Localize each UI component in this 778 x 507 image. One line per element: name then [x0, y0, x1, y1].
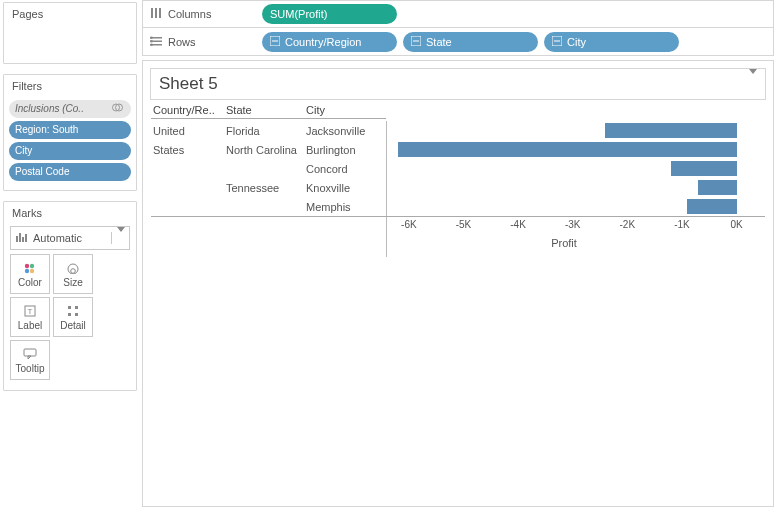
columns-pill[interactable]: SUM(Profit) [262, 4, 397, 24]
bar-area [386, 121, 765, 140]
svg-rect-15 [75, 306, 78, 309]
filters-card: Filters Inclusions (Co..Region: SouthCit… [3, 74, 137, 191]
columns-shelf[interactable]: Columns SUM(Profit) [142, 0, 774, 28]
svg-point-25 [150, 36, 153, 39]
svg-rect-21 [159, 8, 161, 18]
x-tick: 0K [730, 219, 742, 230]
cell-city[interactable]: Jacksonville [306, 125, 386, 137]
filter-pill[interactable]: Region: South [9, 121, 131, 139]
rows-pill[interactable]: City [544, 32, 679, 52]
cell-country[interactable]: United [151, 125, 226, 137]
svg-rect-19 [151, 8, 153, 18]
table-row: TennesseeKnoxville [151, 178, 765, 197]
cell-city[interactable]: Memphis [306, 201, 386, 213]
rows-label: Rows [168, 36, 196, 48]
header-state[interactable]: State [226, 104, 306, 116]
svg-rect-20 [155, 8, 157, 18]
table-row: Memphis [151, 197, 765, 216]
bar-area [386, 140, 765, 159]
svg-point-9 [30, 268, 34, 272]
svg-point-27 [150, 43, 153, 46]
mark-color-button[interactable]: Color [10, 254, 50, 294]
x-tick: -3K [565, 219, 581, 230]
pages-card: Pages [3, 2, 137, 64]
drill-icon [411, 36, 421, 48]
svg-rect-16 [68, 313, 71, 316]
cell-state[interactable]: Tennessee [226, 182, 306, 194]
bar[interactable] [671, 161, 737, 176]
bar-area [386, 197, 765, 216]
cell-city[interactable]: Knoxville [306, 182, 386, 194]
mark-label-button[interactable]: TLabel [10, 297, 50, 337]
bar[interactable] [698, 180, 736, 195]
viz-card: Sheet 5 Country/Re.. State City UnitedFl… [142, 60, 774, 507]
filter-pill[interactable]: Postal Code [9, 163, 131, 181]
chevron-down-icon[interactable] [749, 74, 757, 94]
svg-point-6 [25, 263, 29, 267]
drill-icon [552, 36, 562, 48]
cell-city[interactable]: Concord [306, 163, 386, 175]
x-axis-label: Profit [551, 237, 577, 249]
label-icon: T [24, 304, 36, 318]
header-city[interactable]: City [306, 104, 386, 116]
bar[interactable] [687, 199, 736, 214]
chart-rows: UnitedFloridaJacksonvilleStatesNorth Car… [151, 121, 765, 216]
mark-type-dropdown[interactable]: Automatic [10, 226, 130, 250]
automatic-icon [11, 232, 33, 244]
bar-area [386, 178, 765, 197]
mark-size-button[interactable]: Size [53, 254, 93, 294]
chevron-down-icon [111, 232, 129, 244]
detail-icon [67, 304, 79, 318]
rows-shelf[interactable]: Rows Country/RegionStateCity [142, 28, 774, 56]
shelves: Columns SUM(Profit) Rows Country/RegionS… [142, 0, 774, 56]
rows-pill[interactable]: State [403, 32, 538, 52]
bar[interactable] [605, 123, 736, 138]
svg-rect-18 [24, 349, 36, 356]
bar[interactable] [398, 142, 737, 157]
x-tick: -2K [620, 219, 636, 230]
columns-label: Columns [168, 8, 211, 20]
svg-rect-4 [22, 237, 24, 242]
svg-rect-3 [19, 233, 21, 242]
x-axis[interactable]: Profit -6K-5K-4K-3K-2K-1K0K [386, 217, 741, 257]
rows-icon [150, 35, 162, 49]
svg-rect-14 [68, 306, 71, 309]
x-tick: -4K [510, 219, 526, 230]
x-tick: -6K [401, 219, 417, 230]
svg-text:T: T [28, 307, 33, 316]
set-icon [112, 102, 123, 117]
cell-country[interactable]: States [151, 144, 226, 156]
columns-icon [150, 7, 162, 21]
cell-city[interactable]: Burlington [306, 144, 386, 156]
svg-point-7 [30, 263, 34, 267]
svg-rect-5 [25, 234, 27, 242]
svg-point-26 [150, 39, 153, 42]
table-row: Concord [151, 159, 765, 178]
pages-title: Pages [4, 3, 136, 25]
svg-rect-17 [75, 313, 78, 316]
x-tick: -1K [674, 219, 690, 230]
rows-pill[interactable]: Country/Region [262, 32, 397, 52]
filter-pill[interactable]: Inclusions (Co.. [9, 100, 131, 118]
svg-point-11 [71, 268, 76, 273]
svg-point-8 [25, 268, 29, 272]
tooltip-icon [23, 347, 37, 361]
sheet-title: Sheet 5 [159, 74, 218, 94]
table-row: UnitedFloridaJacksonville [151, 121, 765, 140]
mark-detail-button[interactable]: Detail [53, 297, 93, 337]
marks-card: Marks Automatic ColorSizeTLabelDeta [3, 201, 137, 391]
x-tick: -5K [456, 219, 472, 230]
filter-pill[interactable]: City [9, 142, 131, 160]
header-country[interactable]: Country/Re.. [151, 104, 226, 116]
svg-rect-2 [16, 236, 18, 242]
filters-title: Filters [4, 75, 136, 97]
size-icon [65, 261, 81, 275]
cell-state[interactable]: Florida [226, 125, 306, 137]
mark-tooltip-button[interactable]: Tooltip [10, 340, 50, 380]
table-row: StatesNorth CarolinaBurlington [151, 140, 765, 159]
cell-state[interactable]: North Carolina [226, 144, 306, 156]
sheet-title-bar[interactable]: Sheet 5 [150, 68, 766, 100]
color-icon [23, 261, 37, 275]
mark-type-label: Automatic [33, 232, 111, 244]
drill-icon [270, 36, 280, 48]
